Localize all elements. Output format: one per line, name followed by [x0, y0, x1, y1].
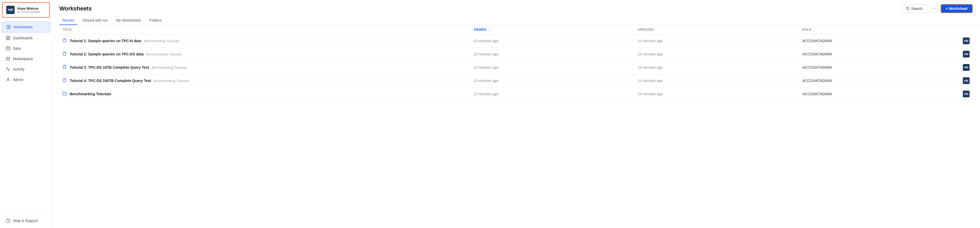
cell-title: Tutorial 2: Sample queries on TPC-DS dat…	[59, 48, 471, 61]
tab-recent[interactable]: Recent	[59, 16, 77, 25]
role-label: ACCOUNTADMIN	[802, 65, 832, 70]
sidebar-item-marketplace[interactable]: Marketplace	[2, 54, 50, 64]
col-header-viewed[interactable]: VIEWED ↓	[471, 25, 635, 34]
col-header-updated: UPDATED	[635, 25, 799, 34]
worksheets-table: TITLE VIEWED ↓ UPDATED ROLE Tutorial 1: …	[59, 25, 973, 101]
cell-updated: 10 minutes ago	[635, 34, 799, 48]
owner-avatar: HW	[963, 38, 970, 44]
cell-updated: 10 minutes ago	[635, 74, 799, 87]
cell-viewed: 10 minutes ago	[471, 61, 635, 74]
data-icon	[6, 46, 10, 51]
row-title: Tutorial 2: Sample queries on TPC-DS dat…	[70, 52, 144, 56]
help-icon	[6, 218, 10, 223]
table-row[interactable]: Tutorial 4: TPC-DS 100TB Complete Query …	[59, 74, 973, 87]
search-button[interactable]: Search	[901, 5, 927, 13]
row-title: Tutorial 3: TPC-DS 10TB Complete Query T…	[70, 65, 149, 70]
cell-updated: 10 minutes ago	[635, 61, 799, 74]
cell-viewed: 10 minutes ago	[471, 74, 635, 87]
owner-avatar: HW	[963, 90, 970, 97]
page-title: Worksheets	[59, 5, 92, 12]
search-icon	[906, 6, 910, 11]
tab-shared[interactable]: Shared with me	[79, 16, 111, 25]
cell-role: ACCOUNTADMIN HW	[799, 74, 973, 87]
svg-line-13	[908, 9, 909, 10]
new-worksheet-button[interactable]: + Worksheet	[941, 4, 973, 13]
row-subtitle: Benchmarking Tutorials	[144, 39, 179, 43]
svg-rect-4	[6, 36, 8, 38]
sidebar-item-activity[interactable]: Activity	[2, 64, 50, 74]
cell-title: Benchmarking Tutorials	[59, 87, 471, 101]
cell-updated: 10 minutes ago	[635, 48, 799, 61]
sidebar-item-worksheets[interactable]: Worksheets	[2, 22, 50, 33]
user-info: Hope Watson ACCOUNTADMIN	[17, 6, 40, 14]
worksheet-icon	[6, 25, 11, 29]
new-worksheet-label: + Worksheet	[946, 6, 967, 11]
folder-icon	[62, 91, 67, 97]
sidebar-item-admin[interactable]: Admin	[2, 75, 50, 85]
svg-rect-5	[9, 36, 10, 38]
table-row[interactable]: Tutorial 2: Sample queries on TPC-DS dat…	[59, 48, 973, 61]
svg-point-9	[7, 78, 9, 80]
svg-point-12	[906, 7, 908, 9]
role-label: ACCOUNTADMIN	[802, 92, 832, 96]
activity-icon	[6, 67, 10, 71]
table-row[interactable]: Tutorial 3: TPC-DS 10TB Complete Query T…	[59, 61, 973, 74]
admin-icon	[6, 77, 10, 82]
dashboard-icon	[6, 36, 10, 40]
row-subtitle: Benchmarking Tutorials	[146, 52, 182, 56]
cell-updated: 10 minutes ago	[635, 87, 799, 101]
cell-viewed: 10 minutes ago	[471, 34, 635, 48]
search-label: Search	[911, 6, 923, 11]
marketplace-icon	[6, 57, 10, 61]
table-row[interactable]: Benchmarking Tutorials 10 minutes ago 10…	[59, 87, 973, 101]
tab-folders[interactable]: Folders	[146, 16, 165, 25]
sidebar-item-dashboards[interactable]: Dashboards	[2, 33, 50, 43]
sidebar-item-dashboards-label: Dashboards	[13, 36, 33, 40]
topbar: Worksheets Search ··· + Worksheet	[52, 0, 980, 13]
cell-role: ACCOUNTADMIN HW	[799, 48, 973, 61]
col-header-title: TITLE	[59, 25, 471, 34]
sidebar-item-data-label: Data	[13, 46, 21, 51]
user-profile[interactable]: HW Hope Watson ACCOUNTADMIN ⌄	[2, 2, 50, 18]
sidebar-item-help-label: Help & Support	[13, 218, 38, 223]
cell-title: Tutorial 4: TPC-DS 100TB Complete Query …	[59, 74, 471, 87]
main-content: Worksheets Search ··· + Worksheet Recent…	[52, 0, 980, 228]
table-container: TITLE VIEWED ↓ UPDATED ROLE Tutorial 1: …	[52, 25, 980, 228]
user-name: Hope Watson	[17, 6, 40, 10]
owner-avatar: HW	[963, 51, 970, 57]
sidebar-item-admin-label: Admin	[13, 78, 24, 82]
file-icon	[62, 52, 67, 57]
cell-title: Tutorial 3: TPC-DS 10TB Complete Query T…	[59, 61, 471, 74]
svg-rect-6	[9, 38, 10, 40]
cell-viewed: 10 minutes ago	[471, 87, 635, 101]
user-role: ACCOUNTADMIN	[17, 10, 40, 14]
file-icon	[62, 38, 67, 43]
col-header-role: ROLE	[799, 25, 973, 34]
user-profile-left: HW Hope Watson ACCOUNTADMIN	[6, 6, 40, 14]
svg-rect-7	[6, 38, 8, 40]
sidebar-item-help[interactable]: Help & Support	[2, 216, 50, 226]
row-title: Benchmarking Tutorials	[70, 92, 111, 96]
tab-my-worksheets[interactable]: My Worksheets	[113, 16, 144, 25]
role-label: ACCOUNTADMIN	[802, 52, 832, 56]
table-row[interactable]: Tutorial 1: Sample queries on TPC-H data…	[59, 34, 973, 48]
topbar-actions: Search ··· + Worksheet	[901, 4, 973, 13]
cell-title: Tutorial 1: Sample queries on TPC-H data…	[59, 34, 471, 48]
role-label: ACCOUNTADMIN	[802, 79, 832, 83]
more-options-button[interactable]: ···	[930, 5, 938, 13]
svg-point-8	[6, 47, 10, 48]
row-subtitle: Benchmarking Tutorials	[154, 79, 189, 83]
sidebar-item-worksheets-label: Worksheets	[14, 25, 33, 29]
row-title: Tutorial 1: Sample queries on TPC-H data	[70, 39, 141, 43]
role-label: ACCOUNTADMIN	[802, 39, 832, 43]
owner-avatar: HW	[963, 64, 970, 71]
row-subtitle: Benchmarking Tutorials	[151, 66, 187, 70]
sidebar-item-data[interactable]: Data	[2, 43, 50, 53]
sidebar-bottom: Help & Support	[0, 213, 52, 228]
sidebar-item-activity-label: Activity	[13, 67, 24, 71]
tabs: Recent Shared with me My Worksheets Fold…	[52, 13, 980, 25]
chevron-down-icon: ⌄	[43, 8, 46, 12]
avatar: HW	[6, 6, 14, 14]
sidebar-nav: Worksheets Dashboards Data	[0, 20, 52, 213]
sidebar: HW Hope Watson ACCOUNTADMIN ⌄ Worksheets	[0, 0, 52, 228]
